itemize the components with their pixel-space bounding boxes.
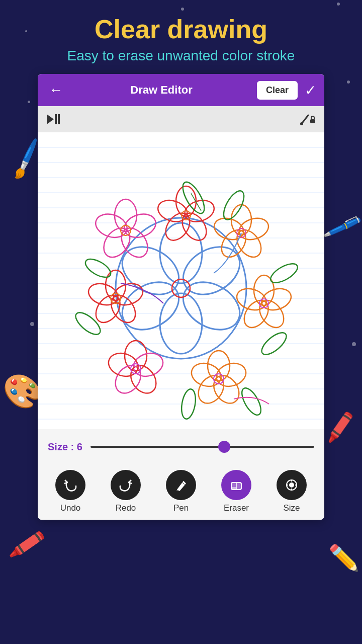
header-area: Clear drawing Easy to erase unwanted col…	[0, 0, 362, 74]
eraser-tool[interactable]: Eraser	[221, 470, 251, 513]
size-tool[interactable]: Size	[277, 470, 307, 513]
eraser-button[interactable]	[221, 470, 251, 500]
page-title: Clear drawing	[0, 15, 362, 44]
size-icon	[284, 477, 299, 493]
pen-label: Pen	[173, 503, 189, 513]
size-button[interactable]	[277, 470, 307, 500]
svg-marker-0	[47, 114, 54, 124]
svg-point-89	[289, 482, 294, 488]
back-button[interactable]: ←	[46, 82, 66, 98]
svg-rect-2	[58, 114, 60, 124]
flip-svg	[46, 112, 63, 126]
pen-icon	[173, 477, 189, 493]
pencil-decoration: 🖍️	[322, 410, 358, 444]
redo-label: Redo	[116, 503, 136, 513]
redo-button[interactable]	[111, 470, 141, 500]
palette-decoration: 🎨	[3, 372, 43, 411]
svg-point-3	[300, 122, 303, 125]
pencils-decoration: ✏️	[328, 543, 359, 573]
lock-icon[interactable]	[299, 112, 316, 126]
editor-title: Draw Editor	[66, 84, 257, 97]
clear-button[interactable]: Clear	[257, 81, 298, 100]
size-slider-thumb[interactable]	[218, 441, 230, 453]
undo-icon	[63, 477, 78, 493]
eraser-label: Eraser	[224, 503, 249, 513]
crayon-decoration: 🖍️	[8, 526, 47, 564]
redo-icon	[118, 477, 133, 493]
brush-lock-svg	[299, 112, 316, 126]
page-subtitle: Easy to erase unwanted color stroke	[0, 48, 362, 64]
undo-tool[interactable]: Undo	[55, 470, 85, 513]
pen-button[interactable]	[166, 470, 196, 500]
undo-label: Undo	[60, 503, 81, 513]
svg-rect-5	[38, 132, 324, 429]
editor-topbar: ← Draw Editor Clear ✓	[38, 74, 324, 106]
size-control: Size : 6	[38, 429, 324, 464]
undo-button[interactable]	[55, 470, 85, 500]
size-label-tool: Size	[283, 503, 300, 513]
size-label: Size : 6	[48, 441, 82, 453]
pen-tool[interactable]: Pen	[166, 470, 196, 513]
drawing-canvas[interactable]	[38, 132, 324, 429]
confirm-button[interactable]: ✓	[305, 82, 316, 99]
svg-rect-4	[310, 119, 315, 123]
svg-rect-1	[55, 114, 57, 124]
eraser-icon	[229, 477, 244, 493]
canvas-area[interactable]	[38, 132, 324, 429]
toolbar-row	[38, 106, 324, 132]
redo-tool[interactable]: Redo	[111, 470, 141, 513]
marker-decoration: 🖊️	[320, 206, 362, 249]
flip-icon[interactable]	[46, 112, 63, 126]
size-slider[interactable]	[90, 446, 314, 448]
bottom-toolbar: Undo Redo Pen	[38, 464, 324, 520]
svg-rect-87	[231, 487, 236, 490]
editor-card: ← Draw Editor Clear ✓	[38, 74, 324, 520]
